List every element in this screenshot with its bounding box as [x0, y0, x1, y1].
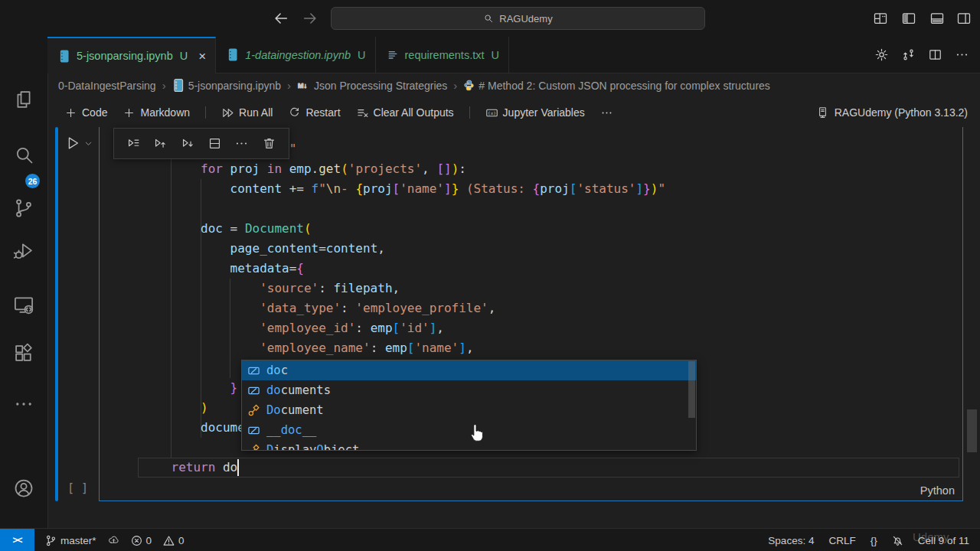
- status-label: 0: [178, 535, 185, 546]
- status-label: master*: [60, 535, 96, 546]
- status-publish-changes[interactable]: [108, 535, 119, 546]
- status-bar: >< master*00 Spaces: 4CRLF{}Cell 9 of 11: [0, 528, 980, 551]
- notebook-scrollbar[interactable]: [967, 409, 977, 452]
- breadcrumb-item[interactable]: 0-DataIngestParsing: [58, 80, 156, 92]
- tab-label: 1-dataingestion.ipynb: [245, 49, 351, 61]
- more-toolbar-actions-button[interactable]: [600, 106, 613, 119]
- status-language-brackets[interactable]: {}: [871, 535, 877, 546]
- code-line[interactable]: 'data_type': 'employee_profile',: [142, 298, 962, 318]
- status-notifications-muted[interactable]: [892, 535, 903, 546]
- suggest-item[interactable]: Document: [242, 400, 696, 420]
- search-icon: [483, 13, 494, 24]
- suggest-scrollbar[interactable]: [688, 361, 695, 418]
- activity-bar-explorer[interactable]: [13, 89, 34, 110]
- tab-5-jsonparsing.ipynb[interactable]: 5-jsonparsing.ipynbU×: [47, 37, 216, 73]
- toolbar-label: Clear All Outputs: [374, 106, 454, 119]
- nav-forward-icon[interactable]: [302, 10, 318, 27]
- code-line[interactable]: page_content=content,: [142, 239, 962, 259]
- activity-bar-search[interactable]: [13, 144, 34, 165]
- tab-1-dataingestion.ipynb[interactable]: 1-dataingestion.ipynbU: [216, 37, 375, 73]
- activity-bar-source-control[interactable]: [13, 197, 34, 219]
- close-tab-icon[interactable]: ×: [198, 50, 206, 63]
- run-all-icon: [221, 106, 234, 119]
- activity-bar-remote-explorer[interactable]: [13, 294, 34, 315]
- breadcrumb-item[interactable]: 5-jsonparsing.ipynb: [172, 78, 281, 93]
- status-label: 0: [146, 535, 152, 546]
- split-cell-icon[interactable]: [207, 136, 222, 151]
- svg-text:M↓: M↓: [298, 82, 307, 90]
- status-errors[interactable]: 0: [131, 535, 152, 546]
- kernel-label: RAGUdemy (Python 3.13.2): [835, 106, 968, 119]
- jupyter-variables-button[interactable]: (x)Jupyter Variables: [485, 106, 585, 119]
- status-cell-position[interactable]: Cell 9 of 11: [918, 535, 969, 546]
- add-code-cell-button[interactable]: Code: [64, 106, 107, 119]
- status-git-branch[interactable]: master*: [45, 535, 96, 546]
- execute-cell-and-below-icon[interactable]: [181, 136, 195, 151]
- execute-above-icon[interactable]: [126, 136, 141, 151]
- breadcrumb-item[interactable]: # Method 2: Custom JSON processing for c…: [463, 80, 769, 92]
- execute-cell-and-above-icon[interactable]: [153, 136, 168, 151]
- breadcrumb-item[interactable]: M↓Json Processing Strategries: [297, 80, 447, 92]
- restart-icon: [288, 106, 301, 119]
- status-indentation[interactable]: Spaces: 4: [768, 535, 814, 546]
- customize-layout-icon[interactable]: [873, 11, 888, 26]
- breadcrumb-label: 5-jsonparsing.ipynb: [188, 80, 281, 92]
- code-line[interactable]: 'employee_name': emp['name'],: [142, 338, 962, 358]
- more-actions-icon[interactable]: [955, 47, 969, 62]
- cell-focus-bar: [55, 127, 58, 501]
- activity-bar-accounts[interactable]: [13, 478, 34, 499]
- status-label: {}: [871, 535, 877, 546]
- run-all-button[interactable]: Run All: [221, 106, 273, 119]
- restart-kernel-button[interactable]: Restart: [288, 106, 340, 119]
- command-center-search[interactable]: RAGUdemy: [331, 7, 705, 30]
- run-cell-button[interactable]: [64, 132, 95, 154]
- status-warnings[interactable]: 0: [163, 535, 185, 546]
- activity-bar-extensions[interactable]: [13, 343, 34, 364]
- cell-language-picker[interactable]: Python: [920, 484, 955, 497]
- tab-label: requirements.txt: [405, 49, 485, 61]
- toolbar-label: Restart: [305, 106, 340, 119]
- kernel-picker[interactable]: RAGUdemy (Python 3.13.2): [816, 98, 968, 127]
- execution-count: [ ]: [67, 481, 88, 495]
- delete-cell-icon[interactable]: [262, 136, 276, 151]
- clear-all-outputs-button[interactable]: Clear All Outputs: [356, 106, 454, 119]
- toolbar-separator: [205, 106, 206, 119]
- play-icon: [64, 135, 81, 152]
- breadcrumb-label: # Method 2: Custom JSON processing for c…: [479, 80, 769, 92]
- code-line[interactable]: content += f"\n- {proj['name']} (Status:…: [142, 179, 962, 199]
- activity-bar-more[interactable]: [13, 393, 34, 415]
- notebook-settings-icon[interactable]: [874, 47, 889, 62]
- breadcrumb: 0-DataIngestParsing›5-jsonparsing.ipynb›…: [47, 73, 980, 98]
- suggest-item[interactable]: documents: [242, 380, 696, 400]
- svg-text:(x): (x): [488, 109, 496, 115]
- nav-back-icon[interactable]: [273, 10, 289, 27]
- code-line[interactable]: 'employee_id': emp['id'],: [142, 318, 962, 338]
- tab-requirements.txt[interactable]: requirements.txtU: [376, 37, 509, 73]
- status-bar-left: master*00: [45, 535, 185, 546]
- suggest-item[interactable]: doc: [242, 360, 696, 380]
- code-line[interactable]: 'source': filepath,: [142, 279, 962, 298]
- code-line[interactable]: [142, 199, 962, 219]
- code-line[interactable]: return do: [142, 458, 962, 478]
- status-bar-right: Spaces: 4CRLF{}Cell 9 of 11: [768, 529, 969, 551]
- add-markdown-cell-button[interactable]: Markdown: [122, 106, 190, 119]
- cell-toolbar: [113, 128, 289, 159]
- remote-indicator[interactable]: ><: [0, 529, 34, 551]
- toggle-secondary-sidebar-icon[interactable]: [956, 11, 972, 26]
- activity-bar-run-and-debug[interactable]: [13, 240, 34, 262]
- breadcrumb-separator: ›: [287, 79, 291, 92]
- toggle-primary-sidebar-icon[interactable]: [901, 11, 916, 26]
- toolbar-label: Code: [82, 106, 107, 119]
- open-changes-icon[interactable]: [901, 47, 916, 62]
- code-line[interactable]: for proj in emp.get('projects', []):: [142, 159, 962, 179]
- status-label: CRLF: [828, 535, 855, 546]
- more-cell-actions-icon[interactable]: [234, 136, 249, 151]
- variable-symbol-icon: [247, 364, 260, 377]
- split-editor-icon[interactable]: [928, 47, 942, 62]
- status-eol-sequence[interactable]: CRLF: [828, 535, 855, 546]
- cloud-up-icon: [108, 535, 119, 546]
- code-line[interactable]: doc = Document(: [142, 219, 962, 239]
- code-line[interactable]: metadata={: [142, 259, 962, 279]
- toggle-panel-icon[interactable]: [929, 11, 945, 26]
- git-status-badge: U: [491, 49, 498, 61]
